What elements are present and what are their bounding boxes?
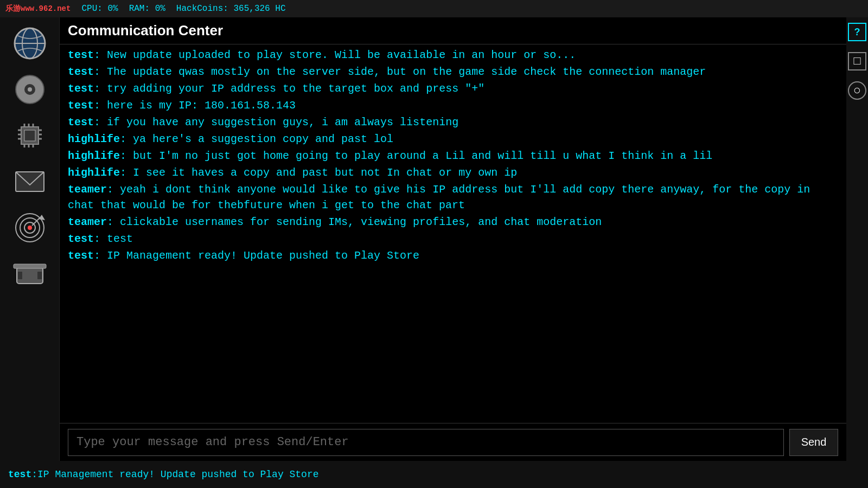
chat-line: teamer: yeah i dont think anyone would l… [68,182,838,213]
chat-line: test: here is my IP: 180.161.58.143 [68,98,838,113]
chat-message: clickable usernames for sending IMs, vie… [120,216,602,228]
send-button[interactable]: Send [789,429,838,456]
target-icon[interactable] [8,207,52,248]
chat-line: test: try adding your IP address to the … [68,81,838,97]
chat-username[interactable]: test [68,82,94,95]
chat-line: test: if you have any suggestion guys, i… [68,114,838,130]
chat-area[interactable]: test: New update uploaded to play store.… [60,44,846,423]
chat-username[interactable]: test [68,116,94,129]
chat-line: test: The update qwas mostly on the serv… [68,64,838,80]
bottom-username: test [8,469,31,480]
controller-icon[interactable] [8,253,52,294]
chat-message: try adding your IP address to the target… [107,82,484,95]
chat-username[interactable]: highlife [68,166,120,179]
chat-username[interactable]: test [68,249,94,262]
chat-line: highlife: but I'm no just got home going… [68,148,838,164]
chat-message: yeah i dont think anyone would like to g… [68,183,810,211]
mail-icon[interactable] [8,161,52,202]
chat-username[interactable]: test [68,66,94,78]
status-bar: 乐游www.962.net CPU: 0% RAM: 0% HackCoins:… [0,0,868,17]
chat-username[interactable]: test [68,49,94,61]
svg-point-24 [28,226,32,230]
input-area: Send [60,423,846,461]
chat-line: test: New update uploaded to play store.… [68,47,838,63]
chat-username[interactable]: highlife [68,150,120,162]
disc-icon[interactable] [8,69,52,110]
chat-username[interactable]: teamer [68,216,107,228]
chat-message: IP Management ready! Update pushed to Pl… [107,249,419,262]
chat-line: test: IP Management ready! Update pushed… [68,248,838,264]
cpu-status: CPU: 0% [81,4,118,14]
circle-button[interactable]: ○ [848,81,866,100]
svg-rect-30 [37,272,42,279]
chat-username[interactable]: teamer [68,183,107,196]
bottom-bar: test: IP Management ready! Update pushed… [0,461,868,488]
hackcoins-status: HackCoins: 365,326 HC [176,4,286,14]
svg-rect-20 [16,172,44,191]
chat-username[interactable]: test [68,99,94,112]
chat-line: highlife: ya here's a suggestion copy an… [68,131,838,147]
chat-message: here is my IP: 180.161.58.143 [107,99,296,112]
chat-line: test: test [68,231,838,247]
chat-line: highlife: I see it haves a copy and past… [68,165,838,181]
svg-point-5 [28,87,32,92]
square-button[interactable]: □ [848,52,866,70]
site-label: 乐游www.962.net [5,4,71,14]
bottom-message: IP Management ready! Update pushed to Pl… [37,469,318,480]
cpu-icon[interactable] [8,115,52,156]
chat-message: ya here's a suggestion copy and past lol [133,133,393,145]
globe-icon[interactable] [8,23,52,63]
page-title: Communication Center [68,22,223,39]
ram-status: RAM: 0% [129,4,165,14]
svg-rect-29 [18,272,22,279]
chat-message: The update qwas mostly on the server sid… [107,66,706,78]
chat-message: I see it haves a copy and past but not I… [133,166,517,179]
chat-username[interactable]: highlife [68,133,120,145]
help-button[interactable]: ? [848,23,866,41]
message-input[interactable] [68,429,784,456]
chat-line: teamer: clickable usernames for sending … [68,214,838,230]
chat-message: if you have any suggestion guys, i am al… [107,116,458,129]
chat-message: New update uploaded to play store. Will … [107,49,576,61]
main-panel: Communication Center test: New update up… [60,17,846,488]
right-panel: ? □ ○ ◁ [846,17,868,488]
chat-message: but I'm no just got home going to play a… [133,150,712,162]
svg-rect-28 [14,264,46,268]
sidebar [0,17,60,488]
chat-message: test [107,233,133,245]
chat-username[interactable]: test [68,233,94,245]
svg-rect-7 [24,130,35,141]
title-bar: Communication Center [60,17,846,44]
